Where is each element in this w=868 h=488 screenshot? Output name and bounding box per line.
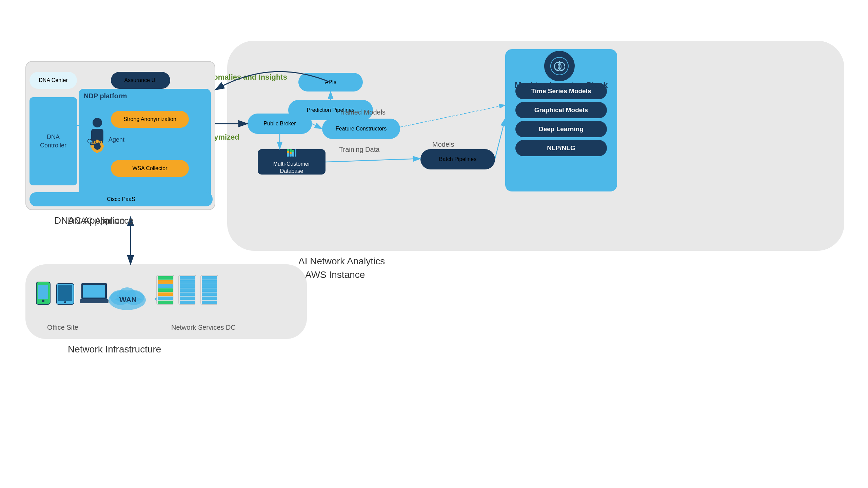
svg-rect-20	[101, 145, 104, 147]
diagram-container: Time Series Models Graphical Models Deep…	[0, 0, 868, 488]
apis-box: APIs	[298, 73, 363, 92]
aws-label-line2: AWS Instance	[305, 269, 365, 280]
batch-pipelines-label: Batch Pipelines	[439, 156, 476, 162]
multi-customer-box: Multi-CustomerDatabase	[258, 149, 326, 175]
svg-rect-50	[180, 284, 195, 288]
svg-rect-44	[158, 292, 173, 296]
ml-badge-deep-learning: Deep Learning	[515, 121, 607, 137]
assurance-ui-label: Assurance UI	[124, 77, 157, 83]
models-label: Models	[432, 141, 454, 148]
agent-label: Agent	[108, 136, 124, 143]
svg-rect-45	[158, 297, 173, 300]
svg-rect-42	[158, 284, 173, 288]
svg-text:WAN: WAN	[119, 296, 137, 304]
feature-constructors-label: Feature Constructors	[336, 126, 387, 132]
dnac-label-text: DNAC Appliance	[68, 216, 134, 226]
public-broker-label: Public Broker	[263, 121, 296, 127]
svg-rect-8	[290, 149, 292, 152]
svg-rect-59	[202, 288, 217, 292]
multi-customer-label: Multi-CustomerDatabase	[273, 161, 310, 175]
svg-rect-9	[290, 152, 292, 154]
ml-stack-title: Machine Learning Stack	[509, 80, 614, 90]
strong-anon-box: Strong Anonymization	[111, 111, 189, 128]
network-infra-label: Network Infrastructure	[68, 344, 161, 355]
dna-center-label: DNA Center	[39, 77, 67, 83]
svg-rect-57	[202, 280, 217, 284]
dna-controller-label: DNAController	[40, 133, 66, 150]
svg-rect-52	[180, 292, 195, 296]
db-icon	[287, 149, 297, 159]
svg-rect-30	[83, 285, 105, 298]
svg-point-13	[93, 118, 102, 127]
svg-rect-43	[158, 288, 173, 292]
aws-label-line1: AI Network Analytics	[298, 256, 385, 267]
trained-models-label: Trained Models	[339, 108, 386, 116]
inner-arrow: ⟺	[78, 136, 101, 148]
wsa-collector-box: WSA Collector	[111, 160, 189, 177]
svg-rect-60	[202, 292, 217, 296]
apis-label: APIs	[325, 79, 336, 85]
svg-rect-6	[287, 151, 289, 153]
ndp-platform-label: NDP platform	[84, 92, 127, 100]
dna-center-box: DNA Center	[29, 72, 77, 89]
laptop-icon	[80, 281, 108, 306]
tablet-icon	[56, 283, 75, 306]
svg-rect-11	[292, 150, 294, 152]
ml-badge-nlp: NLP/NLG	[515, 140, 607, 156]
dnac-appliance: Assurance UI DNA Center NDP platform Str…	[25, 61, 215, 210]
svg-rect-12	[295, 149, 296, 157]
training-data-label: Training Data	[339, 146, 379, 154]
office-site-label: Office Site	[36, 324, 90, 331]
dna-controller-box: DNAController	[29, 97, 77, 185]
network-services-label: Network Services DC	[166, 324, 241, 331]
svg-rect-61	[202, 297, 217, 300]
feature-constructors-box: Feature Constructors	[322, 119, 400, 139]
assurance-ui-box: Assurance UI	[111, 72, 170, 89]
wan-cloud: WAN	[105, 281, 149, 312]
svg-rect-56	[202, 276, 217, 280]
svg-rect-48	[180, 276, 195, 280]
svg-point-28	[64, 301, 66, 303]
svg-rect-51	[180, 288, 195, 292]
cisco-paas-label: Cisco PaaS	[107, 196, 135, 202]
svg-rect-62	[202, 301, 217, 304]
svg-rect-5	[287, 149, 289, 151]
svg-rect-46	[158, 301, 173, 304]
anomalies-label: Anomalies and Insights	[203, 73, 287, 82]
svg-rect-53	[180, 297, 195, 300]
svg-rect-49	[180, 280, 195, 284]
svg-rect-41	[158, 280, 173, 284]
svg-rect-58	[202, 284, 217, 288]
strong-anon-label: Strong Anonymization	[123, 116, 176, 122]
smartphone-icon	[36, 281, 51, 306]
svg-rect-31	[80, 299, 108, 303]
svg-rect-27	[58, 285, 72, 301]
server-icons	[156, 274, 219, 305]
svg-rect-24	[38, 285, 48, 299]
batch-pipelines-box: Batch Pipelines	[420, 149, 495, 169]
wsa-collector-label: WSA Collector	[132, 165, 167, 171]
ml-badge-graphical: Graphical Models	[515, 102, 607, 118]
svg-rect-40	[158, 276, 173, 280]
svg-rect-54	[180, 301, 195, 304]
svg-point-25	[42, 300, 44, 302]
brain-icon	[544, 51, 575, 81]
cisco-paas-bar: Cisco PaaS	[29, 192, 213, 206]
svg-rect-18	[96, 150, 98, 153]
